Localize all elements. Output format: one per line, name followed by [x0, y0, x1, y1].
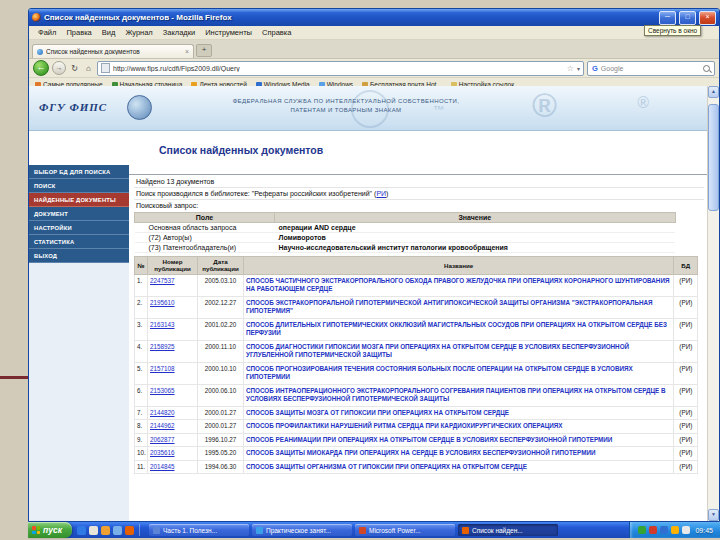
- document-title-link[interactable]: СПОСОБ ПРОФИЛАКТИКИ НАРУШЕНИЙ РИТМА СЕРД…: [246, 422, 563, 429]
- document-title-link[interactable]: СПОСОБ ДЛИТЕЛЬНЫХ ГИПОТЕРМИЧЕСКИХ ОККЛЮЗ…: [246, 321, 667, 337]
- url-text[interactable]: http://www.fips.ru/cdfi/Fips2009.dll/Que…: [113, 65, 564, 72]
- document-title-link[interactable]: СПОСОБ ЗАЩИТЫ МИОКАРДА ПРИ ОПЕРАЦИЯХ НА …: [246, 449, 595, 456]
- publication-number-link[interactable]: 2144820: [150, 409, 175, 416]
- task-powerpoint[interactable]: Microsoft Power...: [355, 524, 455, 536]
- menu-item[interactable]: Файл: [33, 28, 61, 37]
- windows-media-icon[interactable]: [101, 526, 110, 535]
- reload-button[interactable]: ↻: [69, 64, 80, 73]
- address-bar[interactable]: http://www.fips.ru/cdfi/Fips2009.dll/Que…: [97, 61, 584, 76]
- title-bar[interactable]: Список найденных документов - Mozilla Fi…: [29, 9, 719, 26]
- restore-button[interactable]: □: [679, 11, 696, 25]
- publication-date: 2000.01.27: [198, 420, 244, 434]
- menu-item[interactable]: Журнал: [120, 28, 157, 37]
- document-title-link[interactable]: СПОСОБ ЧАСТИЧНОГО ЭКСТРАКОРПОРАЛЬНОГО ОБ…: [246, 277, 669, 293]
- result-index: 8.: [135, 420, 148, 434]
- scrollbar-thumb[interactable]: [708, 104, 719, 211]
- task-lesson[interactable]: Практическое занят...: [252, 524, 352, 536]
- minimize-tooltip: Свернуть в окно: [644, 25, 701, 36]
- search-input[interactable]: G Google: [587, 61, 715, 76]
- home-button[interactable]: ⌂: [83, 64, 94, 73]
- update-icon[interactable]: [671, 526, 679, 534]
- document-title-link[interactable]: СПОСОБ ЗАЩИТЫ МОЗГА ОТ ГИПОКСИИ ПРИ ОПЕР…: [246, 409, 509, 416]
- result-index: 9.: [135, 433, 148, 447]
- document-title-link[interactable]: СПОСОБ ДИАГНОСТИКИ ГИПОКСИИ МОЗГА ПРИ ОП…: [246, 343, 629, 359]
- database-tag: (РИ): [674, 406, 698, 420]
- fips-logo: ФГУ ФИПС: [39, 101, 107, 113]
- tab-close-icon[interactable]: ×: [185, 48, 189, 55]
- back-button[interactable]: ←: [33, 60, 49, 76]
- scroll-down-button[interactable]: ▼: [708, 509, 719, 521]
- result-row: 2. 2195610 2002.12.27 СПОСОБ ЭКСТРАКОРПО…: [135, 296, 698, 318]
- magnifier-icon[interactable]: [703, 65, 710, 72]
- task-firefox[interactable]: Список найден...: [458, 524, 558, 536]
- sidebar-item[interactable]: НАСТРОЙКИ: [29, 221, 129, 235]
- publication-number-link[interactable]: 2195610: [150, 299, 175, 306]
- result-index: 1.: [135, 274, 148, 296]
- menu-item[interactable]: Закладки: [158, 28, 200, 37]
- volume-icon[interactable]: [682, 526, 690, 534]
- result-row: 10. 2035616 1995.05.20 СПОСОБ ЗАЩИТЫ МИО…: [135, 447, 698, 461]
- sidebar-item[interactable]: ВЫБОР БД ДЛЯ ПОИСКА: [29, 165, 129, 179]
- firefox-icon[interactable]: [125, 526, 134, 535]
- sidebar-item[interactable]: ПОИСК: [29, 179, 129, 193]
- publication-number-link[interactable]: 2153065: [150, 387, 175, 394]
- scroll-up-button[interactable]: ▲: [708, 86, 719, 98]
- outlook-icon[interactable]: [113, 526, 122, 535]
- sidebar: ВЫБОР БД ДЛЯ ПОИСКАПОИСКНАЙДЕННЫЕ ДОКУМЕ…: [29, 165, 129, 521]
- query-field: (72) Автор(ы): [135, 233, 275, 243]
- library-line-suffix: ): [386, 190, 388, 197]
- document-title-link[interactable]: СПОСОБ ЗАЩИТЫ ОРГАНИЗМА ОТ ГИПОКСИИ ПРИ …: [246, 463, 527, 470]
- document-title-link[interactable]: СПОСОБ РЕАНИМАЦИИ ПРИ ОПЕРАЦИЯХ НА ОТКРЫ…: [246, 436, 612, 443]
- publication-date: 2002.12.27: [198, 296, 244, 318]
- vertical-scrollbar[interactable]: ▲ ▼: [707, 86, 719, 521]
- publication-number-link[interactable]: 2157108: [150, 365, 175, 372]
- tab-found-documents[interactable]: Список найденных документов ×: [32, 44, 194, 58]
- task-document[interactable]: Часть 1. Полезн...: [149, 524, 249, 536]
- database-tag: (РИ): [674, 318, 698, 340]
- results-col-db: БД: [674, 257, 698, 275]
- publication-number-link[interactable]: 2247537: [150, 277, 175, 284]
- sidebar-item[interactable]: ВЫХОД: [29, 249, 129, 263]
- sidebar-item[interactable]: СТАТИСТИКА: [29, 235, 129, 249]
- trademark-watermark: ™: [433, 103, 445, 117]
- antivirus-icon[interactable]: [649, 526, 657, 534]
- new-tab-button[interactable]: +: [196, 44, 212, 57]
- result-row: 11. 2014845 1994.06.30 СПОСОБ ЗАЩИТЫ ОРГ…: [135, 460, 698, 474]
- sidebar-item[interactable]: НАЙДЕННЫЕ ДОКУМЕНТЫ: [29, 193, 129, 207]
- task-button-icon: [256, 527, 263, 534]
- publication-number-link[interactable]: 2062877: [150, 436, 175, 443]
- publication-number-link[interactable]: 2035616: [150, 449, 175, 456]
- network-icon[interactable]: [660, 526, 668, 534]
- slide-background: { "icons": { "minimize": "─", "restore":…: [0, 0, 720, 540]
- publication-number-link[interactable]: 2163143: [150, 321, 175, 328]
- menu-item[interactable]: Правка: [61, 28, 96, 37]
- slide-accent-line: [0, 376, 28, 379]
- publication-number-link[interactable]: 2158925: [150, 343, 175, 350]
- menu-item[interactable]: Вид: [97, 28, 121, 37]
- query-field: Основная область запроса: [135, 223, 275, 233]
- library-link[interactable]: РИ: [376, 190, 386, 197]
- navigation-bar: ← → ↻ ⌂ http://www.fips.ru/cdfi/Fips2009…: [29, 59, 719, 78]
- address-dropdown-icon[interactable]: ▾: [577, 65, 580, 72]
- scrollbar-track[interactable]: [708, 98, 719, 509]
- publication-date: 1996.10.27: [198, 433, 244, 447]
- document-title-link[interactable]: СПОСОБ ЭКСТРАКОРПОРАЛЬНОЙ ГИПОТЕРМИЧЕСКО…: [246, 299, 653, 315]
- forward-button[interactable]: →: [52, 61, 66, 75]
- start-button[interactable]: пуск: [28, 522, 72, 538]
- sidebar-item[interactable]: ДОКУМЕНТ: [29, 207, 129, 221]
- publication-number-link[interactable]: 2014845: [150, 463, 175, 470]
- minimize-button[interactable]: ─: [659, 11, 676, 25]
- document-title-link[interactable]: СПОСОБ ПРОГНОЗИРОВАНИЯ ТЕЧЕНИЯ СОСТОЯНИЯ…: [246, 365, 633, 381]
- messenger-icon[interactable]: [638, 526, 646, 534]
- bookmark-star-icon[interactable]: ☆: [567, 64, 574, 73]
- show-desktop-icon[interactable]: [89, 526, 98, 535]
- document-title-link[interactable]: СПОСОБ ИНТРАОПЕРАЦИОННОГО ЭКСТРАКОРПОРАЛ…: [246, 387, 666, 403]
- internet-explorer-icon[interactable]: [77, 526, 86, 535]
- menu-item[interactable]: Инструменты: [200, 28, 257, 37]
- agency-title: ФЕДЕРАЛЬНАЯ СЛУЖБА ПО ИНТЕЛЛЕКТУАЛЬНОЙ С…: [181, 97, 511, 116]
- close-button[interactable]: ×: [699, 11, 716, 25]
- menu-item[interactable]: Справка: [257, 28, 296, 37]
- query-col-field: Поле: [135, 213, 275, 223]
- task-button-label: Microsoft Power...: [369, 527, 421, 534]
- publication-number-link[interactable]: 2144962: [150, 422, 175, 429]
